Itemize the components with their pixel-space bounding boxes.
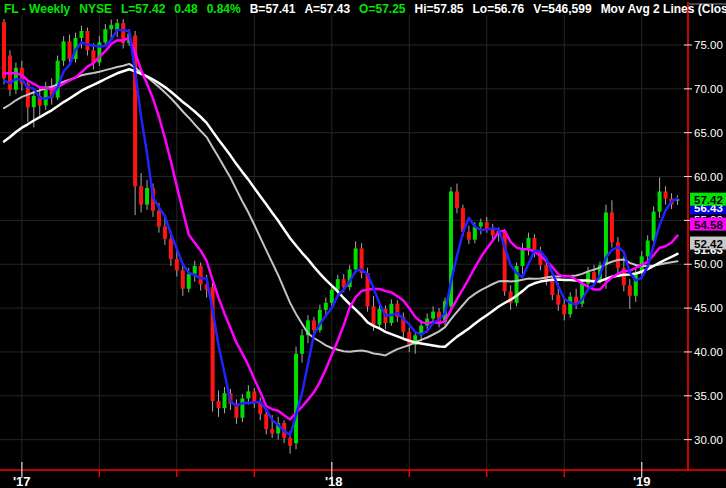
price-tick-label: 75.00 (694, 39, 723, 51)
price-badge-value: 52.42 (694, 238, 723, 250)
header-field-9: Lo=56.76 (473, 2, 525, 18)
year-label: '17 (13, 474, 31, 488)
header-field-0: FL - Weekly (4, 2, 70, 18)
price-badges: 51.6356.4352.4254.5857.42 (690, 193, 726, 257)
price-tick-label: 30.00 (694, 434, 723, 446)
price-tick-label: 60.00 (694, 171, 723, 183)
price-tick-label: 35.00 (694, 390, 723, 402)
year-label: '19 (633, 474, 651, 488)
header-field-4: 0.84% (207, 2, 241, 18)
header-field-6: A=57.43 (304, 2, 350, 18)
price-tick-label: 65.00 (694, 127, 723, 139)
header-field-3: 0.48 (174, 2, 197, 18)
price-badge-value: 54.58 (694, 219, 723, 231)
header-field-10: V=546,599 (533, 2, 591, 18)
price-tick-label: 45.00 (694, 302, 723, 314)
header-field-7: O=57.25 (359, 2, 405, 18)
price-chart[interactable]: 30.0035.0040.0045.0050.0055.0060.0065.00… (0, 0, 726, 488)
header-field-2: L=57.42 (121, 2, 165, 18)
year-label: '18 (325, 474, 343, 488)
price-tick-label: 40.00 (694, 346, 723, 358)
price-tick-label: 70.00 (694, 83, 723, 95)
chart-header: FL - WeeklyNYSEL=57.420.480.84%B=57.41A=… (4, 2, 726, 18)
header-field-11: Mov Avg 2 Lines (Close,4,10,0) (601, 2, 726, 18)
header-field-8: Hi=57.85 (414, 2, 463, 18)
price-badge-value: 57.42 (694, 194, 723, 206)
price-tick-label: 50.00 (694, 258, 723, 270)
header-field-5: B=57.41 (250, 2, 296, 18)
chart-window: 30.0035.0040.0045.0050.0055.0060.0065.00… (0, 0, 726, 488)
header-field-1: NYSE (79, 2, 112, 18)
